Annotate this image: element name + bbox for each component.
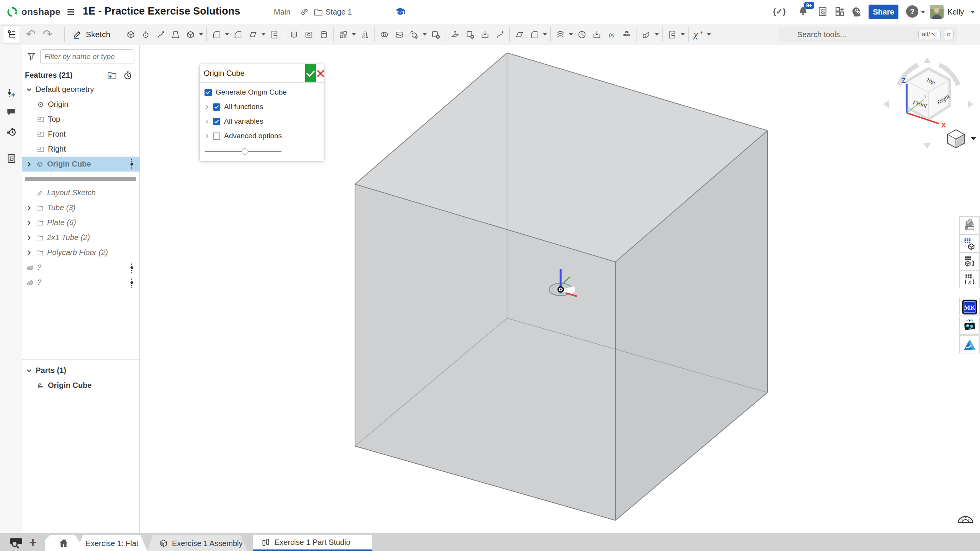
thicken-icon[interactable] (183, 26, 198, 43)
transform-icon[interactable] (407, 26, 421, 43)
mkcad-icon[interactable]: MK (959, 298, 980, 316)
helix-caret-icon[interactable] (569, 33, 573, 36)
user-caret-icon[interactable] (970, 11, 975, 13)
part-item-origin-cube[interactable]: Origin Cube (22, 378, 139, 393)
transform-caret-icon[interactable] (423, 33, 427, 36)
delete-part-icon[interactable] (428, 26, 443, 43)
view-options-button[interactable] (947, 130, 976, 148)
comments-icon[interactable] (6, 107, 16, 117)
linear-pattern-caret-icon[interactable] (352, 33, 356, 36)
tree-item-front-plane[interactable]: Front (22, 127, 139, 142)
tree-item-unknown-chamfer[interactable]: ? (22, 275, 139, 290)
chevron-right-icon[interactable] (24, 205, 34, 211)
robot-assistant-icon[interactable] (959, 317, 980, 335)
checkbox-checked-icon[interactable] (213, 118, 220, 125)
tasks-icon[interactable] (817, 6, 828, 17)
fillet-icon[interactable] (209, 26, 224, 43)
ai-advisor-icon[interactable] (851, 6, 863, 18)
option-generate-origin-cube[interactable]: Generate Origin Cube (200, 85, 324, 100)
tree-item-layout-sketch[interactable]: Layout Sketch (22, 185, 139, 200)
tree-item-origin-cube-selected[interactable]: Origin Cube (22, 157, 139, 172)
tree-item-origin[interactable]: Origin (22, 97, 139, 112)
instances-icon[interactable] (619, 26, 634, 43)
undo-button[interactable]: ↶ (26, 25, 36, 44)
import-icon[interactable] (589, 26, 604, 43)
checkbox-checked-icon[interactable] (213, 103, 220, 111)
create-folder-icon[interactable] (107, 70, 117, 80)
rib-icon[interactable] (267, 26, 281, 43)
tree-item-folder-tube[interactable]: Tube (3) (22, 200, 139, 215)
protractor-icon[interactable] (957, 512, 974, 525)
loft-icon[interactable] (168, 26, 183, 43)
tree-item-default-geometry[interactable]: Default geometry (22, 82, 139, 97)
link-icon[interactable] (299, 7, 309, 17)
replace-face-icon[interactable] (478, 26, 492, 43)
checkbox-checked-icon[interactable] (205, 89, 212, 96)
filter-icon[interactable] (26, 51, 36, 61)
draft-icon[interactable] (245, 26, 260, 43)
revolve-icon[interactable] (138, 26, 153, 43)
mirror-icon[interactable] (357, 26, 372, 43)
sweep-icon[interactable] (153, 26, 168, 43)
plane-icon[interactable] (512, 26, 527, 43)
drag-handle-icon[interactable] (129, 262, 134, 273)
linear-pattern-icon[interactable] (336, 26, 350, 43)
shell-icon[interactable] (286, 26, 301, 43)
offset-surface-icon[interactable] (492, 26, 507, 43)
insert-part-icon[interactable] (959, 234, 980, 252)
follow-tasks-icon[interactable] (6, 153, 17, 164)
folder-breadcrumb[interactable]: Stage 1 (326, 8, 352, 16)
drag-handle-icon[interactable] (129, 159, 134, 170)
chevron-down-icon[interactable] (24, 87, 34, 92)
option-all-functions[interactable]: All functions (200, 100, 324, 114)
sketch-button[interactable]: Sketch (68, 26, 114, 43)
sheet-metal-caret-icon[interactable] (655, 33, 659, 36)
insert-variables-icon[interactable]: x (959, 270, 980, 288)
workspace-name[interactable]: Main (274, 8, 290, 16)
featurescript-icon[interactable]: {✓} (773, 7, 786, 16)
tab-exercise-1-flat[interactable]: Exercise 1: Flat (77, 535, 147, 551)
delete-face-icon[interactable] (463, 26, 477, 43)
expand-chevron-icon[interactable] (205, 119, 213, 124)
search-tabs-icon[interactable] (8, 536, 24, 549)
insert-config-part-icon[interactable] (959, 252, 980, 270)
redo-button[interactable]: ↷ (43, 25, 52, 44)
learning-cap-icon[interactable] (394, 6, 406, 17)
rollback-bar[interactable] (25, 177, 136, 181)
boolean-icon[interactable] (377, 26, 391, 43)
fillet-caret-icon[interactable] (225, 33, 229, 36)
expand-chevron-icon[interactable] (205, 105, 213, 110)
tab-exercise-1-part-studio[interactable]: Exercise 1 Part Studio (253, 535, 372, 551)
help-button[interactable]: ? (906, 5, 918, 18)
help-caret-icon[interactable] (921, 11, 925, 13)
create-tab-button[interactable]: + (29, 535, 37, 550)
insert-item-icon[interactable] (6, 88, 16, 98)
draft-caret-icon[interactable] (262, 33, 265, 36)
parts-header[interactable]: Parts (1) (22, 363, 139, 378)
hole-icon[interactable] (301, 26, 316, 43)
tab-exercise-1-assembly[interactable]: Exercise 1 Assembly (147, 535, 247, 551)
rollback-history-icon[interactable] (123, 70, 133, 80)
drag-handle-icon[interactable] (129, 277, 134, 288)
variable-icon[interactable] (604, 26, 619, 43)
history-icon[interactable] (6, 126, 17, 137)
surface-caret-icon[interactable] (543, 33, 547, 36)
expand-chevron-icon[interactable] (205, 134, 213, 139)
dialog-resize-slider[interactable] (200, 143, 324, 160)
thread-icon[interactable] (316, 26, 331, 43)
option-advanced-options[interactable]: Advanced options (200, 129, 324, 143)
main-menu-icon[interactable] (66, 7, 76, 17)
appearance-panel-icon[interactable] (959, 216, 980, 234)
view-cube[interactable]: Top Front Right Z X Y (877, 47, 980, 150)
user-name[interactable]: Kelly (947, 8, 964, 16)
chevron-right-icon[interactable] (24, 162, 34, 167)
feature-name-input[interactable] (200, 64, 305, 82)
tree-item-top-plane[interactable]: Top (22, 112, 139, 127)
feature-list-toggle[interactable] (3, 25, 20, 44)
custom-feature-caret-icon[interactable] (707, 33, 711, 36)
split-icon[interactable] (392, 26, 406, 43)
alliance-icon[interactable] (959, 335, 980, 353)
avatar[interactable] (930, 5, 944, 19)
checkbox-unchecked-icon[interactable] (213, 132, 220, 140)
helix-icon[interactable] (553, 26, 568, 43)
